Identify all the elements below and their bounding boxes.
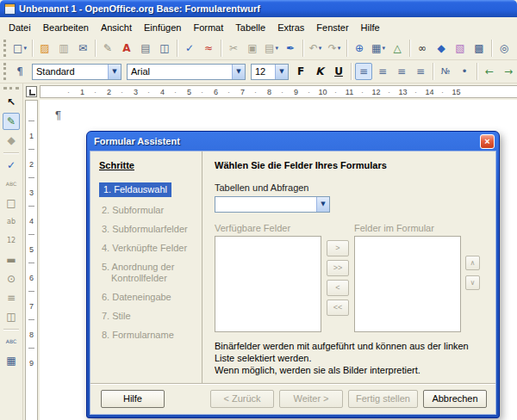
dropdown-arrow-icon[interactable]: ▾ — [275, 45, 278, 52]
autospellcheck-button[interactable]: ≈ — [200, 40, 217, 57]
combo-box-button[interactable]: ◫ — [3, 308, 20, 325]
bullet-list-button[interactable]: • — [456, 63, 473, 80]
font-size-combobox[interactable]: 12▼ — [251, 64, 289, 80]
help-button[interactable]: Hilfe — [101, 390, 165, 408]
wizard-step-8[interactable]: 8. Formularname — [99, 330, 195, 341]
formatted-field-button[interactable]: 12 — [3, 232, 20, 250]
data-sources-button[interactable]: ▩ — [470, 40, 488, 57]
menu-item-datei[interactable]: Datei — [3, 20, 37, 35]
font-name-combobox[interactable]: Arial▼ — [127, 64, 246, 80]
check-box-button[interactable]: ✓ — [3, 157, 20, 174]
select-button[interactable]: ↖ — [3, 94, 20, 111]
undo-button[interactable]: ↶▾ — [307, 40, 324, 57]
move-left-button[interactable]: < — [327, 280, 349, 296]
edit-file-button[interactable]: ✎ — [99, 40, 116, 57]
decrease-indent-button[interactable]: ← — [481, 63, 498, 80]
move-right-button[interactable]: > — [327, 240, 349, 256]
menu-item-bearbeiten[interactable]: Bearbeiten — [37, 20, 95, 35]
wizard-step-3[interactable]: 3. Subformularfelder — [99, 224, 195, 235]
label-field-button[interactable]: ABC — [3, 176, 20, 193]
redo-button[interactable]: ↷▾ — [326, 40, 343, 57]
dropdown-arrow-icon[interactable]: ▾ — [338, 45, 341, 52]
new-document-button[interactable]: □▾ — [11, 40, 28, 57]
form-design-button[interactable]: ▦ — [3, 352, 20, 369]
wizard-step-4[interactable]: 4. Verknüpfte Felder — [99, 243, 195, 254]
spellcheck-button[interactable]: ✓ — [181, 40, 198, 57]
paragraph-style-combobox[interactable]: Standard▼ — [32, 64, 121, 80]
align-justify-button[interactable]: ≡ — [412, 63, 429, 80]
close-icon[interactable]: × — [480, 134, 495, 149]
finish-button[interactable]: Fertig stellen — [348, 390, 418, 408]
chevron-down-icon[interactable]: ▼ — [316, 197, 329, 212]
menu-item-einfuegen[interactable]: Einfügen — [138, 20, 187, 35]
dialog-titlebar[interactable]: Formular Assistent × — [90, 132, 496, 151]
align-left-button[interactable]: ≡ — [355, 63, 372, 80]
wizard-step-2[interactable]: 2. Subformular — [99, 205, 195, 216]
email-button[interactable]: ✉ — [74, 40, 91, 57]
window-titlebar[interactable]: Unbenannt 1 - OpenOffice.org Base: Formu… — [0, 0, 517, 17]
navigator-button[interactable]: ◆ — [433, 40, 450, 57]
chevron-down-icon[interactable]: ▼ — [232, 65, 245, 79]
dropdown-arrow-icon[interactable]: ▾ — [319, 45, 322, 52]
fields-in-form-listbox[interactable] — [354, 236, 461, 332]
wizard-step-7[interactable]: 7. Stile — [99, 311, 195, 322]
align-right-button[interactable]: ≡ — [393, 63, 410, 80]
tab-stop-selector[interactable] — [26, 86, 37, 97]
toolbar-grip[interactable] — [3, 87, 19, 90]
numbered-list-button[interactable]: № — [437, 63, 454, 80]
find-replace-button[interactable]: ∞ — [414, 40, 431, 57]
menu-item-extras[interactable]: Extras — [271, 20, 310, 35]
save-button[interactable]: ▥ — [55, 40, 72, 57]
dropdown-arrow-icon[interactable]: ▾ — [23, 45, 27, 52]
push-button[interactable]: ▬ — [3, 251, 20, 269]
bold-button[interactable]: F — [292, 63, 309, 80]
underline-button[interactable]: U — [330, 63, 347, 80]
increase-indent-button[interactable]: → — [500, 63, 517, 80]
menu-item-ansicht[interactable]: Ansicht — [95, 20, 138, 35]
back-button[interactable]: < Zurück — [210, 390, 274, 408]
cancel-button[interactable]: Abbrechen — [423, 390, 487, 408]
vertical-ruler[interactable]: 123456789 — [23, 100, 40, 420]
tables-queries-combobox[interactable]: ▼ — [215, 196, 330, 213]
move-up-button[interactable]: ∧ — [465, 256, 480, 270]
available-fields-listbox[interactable] — [215, 236, 321, 332]
wizard-step-6[interactable]: 6. Dateneingabe — [99, 292, 195, 303]
wizard-step-5[interactable]: 5. Anordnung der Kontrollfelder — [99, 262, 195, 284]
draw-functions-button[interactable]: △ — [389, 40, 406, 57]
chevron-down-icon[interactable]: ▼ — [275, 65, 288, 79]
chevron-down-icon[interactable]: ▼ — [108, 65, 121, 79]
text-box-button[interactable]: ab — [3, 213, 20, 231]
option-button[interactable]: ⊙ — [3, 270, 20, 287]
design-mode-button[interactable]: ✎ — [3, 113, 20, 130]
toolbar-grip[interactable] — [3, 63, 7, 80]
menu-item-tabelle[interactable]: Tabelle — [229, 20, 271, 35]
copy-button[interactable]: ▣ — [244, 40, 261, 57]
next-button[interactable]: Weiter > — [279, 390, 343, 408]
format-paintbrush-button[interactable]: ✒ — [282, 40, 299, 57]
page-preview-button[interactable]: ◫ — [156, 40, 173, 57]
toolbar-grip[interactable] — [3, 40, 7, 57]
menu-item-format[interactable]: Format — [187, 20, 229, 35]
align-center-button[interactable]: ≡ — [374, 63, 391, 80]
hyperlink-button[interactable]: ⊕ — [351, 40, 368, 57]
wizard-step-1[interactable]: 1. Feldauswahl — [99, 182, 171, 197]
paste-button[interactable]: ▤▾ — [263, 40, 280, 57]
styles-window-button[interactable]: ¶ — [11, 63, 28, 80]
pdf-export-button[interactable]: A — [118, 40, 135, 57]
print-button[interactable]: ▤ — [137, 40, 154, 57]
more-controls-button[interactable]: ABC — [3, 333, 20, 350]
gallery-button[interactable]: ▧ — [452, 40, 469, 57]
dropdown-arrow-icon[interactable]: ▾ — [382, 45, 385, 52]
horizontal-ruler[interactable]: 123456789101112131415 — [40, 85, 517, 98]
open-button[interactable]: ▨ — [36, 40, 53, 57]
move-down-button[interactable]: ∨ — [465, 275, 480, 290]
menu-item-hilfe[interactable]: Hilfe — [355, 20, 386, 35]
move-all-left-button[interactable]: << — [327, 300, 349, 316]
list-box-button[interactable]: ≡ — [3, 289, 20, 306]
cut-button[interactable]: ✂ — [225, 40, 242, 57]
menu-item-fenster[interactable]: Fenster — [310, 20, 354, 35]
table-button[interactable]: ▦▾ — [370, 40, 387, 57]
control-wizard-button[interactable]: ◆ — [3, 132, 20, 149]
zoom-button[interactable]: ◎ — [495, 40, 513, 57]
move-all-right-button[interactable]: >> — [327, 260, 349, 276]
